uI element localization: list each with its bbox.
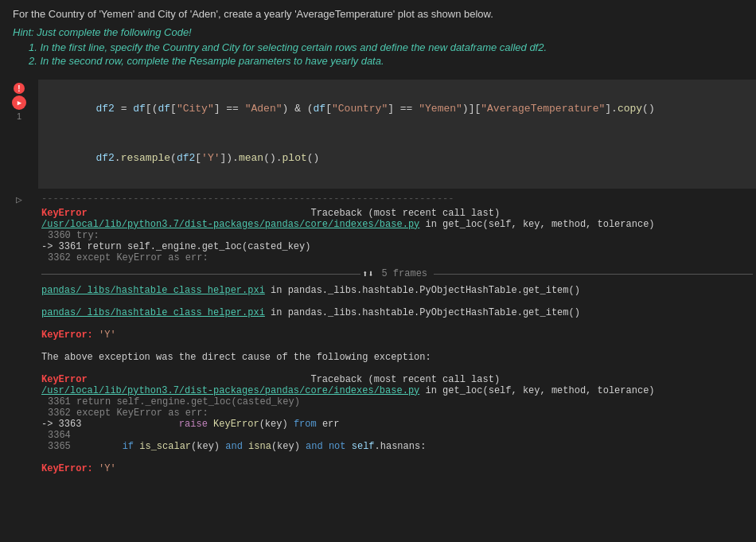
file-link-2[interactable]: /usr/local/lib/python3.7/dist-packages/p… — [41, 385, 419, 396]
frames-line-right — [434, 274, 753, 275]
line-number-3365: 3365 if is_scalar(key) and isna(key) and… — [41, 441, 753, 452]
output-expand-icon[interactable]: ▷ — [16, 193, 22, 206]
key-error-line-1: KeyError: 'Y' — [41, 329, 753, 341]
file-context-1: in get_loc(self, key, method, tolerance) — [419, 219, 654, 230]
pandas-file-line-2: pandas/_libs/hashtable_class_helper.pxi … — [41, 307, 753, 318]
line-number-3364: 3364 — [41, 430, 753, 441]
line-number-3363: -> 3363 raise KeyError(key) from err — [41, 419, 753, 430]
error-indicator — [14, 83, 25, 94]
code-cell: 1 df2 = df[(df["City"] == "Aden") & (df[… — [0, 80, 756, 189]
output-gutter: ▷ — [0, 189, 38, 479]
pandas-file-line-1: pandas/_libs/hashtable_class_helper.pxi … — [41, 285, 753, 296]
cell-gutter: 1 — [0, 80, 38, 189]
line-number-3361-2: 3361 return self._engine.get_loc(casted_… — [41, 396, 753, 407]
file-line-1: /usr/local/lib/python3.7/dist-packages/p… — [41, 219, 753, 230]
traceback-block-1: KeyError Traceback (most recent call las… — [41, 208, 753, 219]
line-3362: 3362 except KeyError as err: — [41, 252, 753, 263]
file-context-2: in get_loc(self, key, method, tolerance) — [419, 385, 654, 396]
traceback-spacer-2 — [93, 374, 305, 385]
line-number-3362: 3362 except KeyError as err: — [41, 252, 753, 263]
key-error-val-1: 'Y' — [99, 329, 116, 341]
exception-message: The above exception was the direct cause… — [41, 352, 753, 363]
file-line-2: /usr/local/lib/python3.7/dist-packages/p… — [41, 385, 753, 396]
code-line-2: df2.resample(df2['Y']).mean().plot() — [46, 134, 750, 183]
line-number-3361-arrow: -> 3361 return self._engine.get_loc(cast… — [41, 241, 753, 252]
frames-count: 5 frames — [381, 268, 427, 279]
hint-item-1: 1. In the first line, specify the Countr… — [29, 41, 743, 53]
key-error-type-2: KeyError: — [41, 463, 93, 474]
cell-container: 1 df2 = df[(df["City"] == "Aden") & (df[… — [0, 80, 756, 479]
pandas-context-1: in pandas._libs.hashtable.PyObjectHashTa… — [265, 285, 580, 296]
pandas-file-2[interactable]: pandas/_libs/hashtable_class_helper.pxi — [41, 307, 265, 318]
line-3365: 3365 if is_scalar(key) and isna(key) and… — [41, 441, 753, 452]
key-error-val-2: 'Y' — [99, 463, 116, 474]
error-type-2: KeyError — [41, 374, 88, 385]
pandas-context-2: in pandas._libs.hashtable.PyObjectHashTa… — [265, 307, 580, 318]
line-3361-2: 3361 return self._engine.get_loc(casted_… — [41, 396, 753, 407]
error-type-1: KeyError — [41, 208, 88, 219]
traceback-header-1: Traceback (most recent call last) — [310, 208, 500, 219]
hint-item-2: 2. In the second row, complete the Resam… — [29, 55, 743, 67]
file-link-1[interactable]: /usr/local/lib/python3.7/dist-packages/p… — [41, 219, 419, 230]
run-button[interactable] — [12, 96, 26, 110]
key-error-line-2: KeyError: 'Y' — [41, 463, 753, 474]
exception-msg-text: The above exception was the direct cause… — [41, 352, 431, 363]
traceback-block-2: KeyError Traceback (most recent call las… — [41, 374, 753, 385]
hint-label: Hint: Just complete the following Code! — [13, 26, 743, 38]
code-content[interactable]: df2 = df[(df["City"] == "Aden") & (df["C… — [38, 80, 756, 189]
output-content: ----------------------------------------… — [38, 189, 756, 479]
instruction-text: For the Country of 'Yemen' and City of '… — [13, 8, 743, 20]
separator-line: ----------------------------------------… — [41, 193, 753, 205]
instruction-area: For the Country of 'Yemen' and City of '… — [0, 0, 756, 73]
line-3360: 3360 try: — [41, 230, 753, 241]
key-error-type-1: KeyError: — [41, 329, 93, 341]
frames-expand-icon[interactable]: ⬆⬇ — [362, 268, 373, 280]
traceback-header-2: Traceback (most recent call last) — [310, 374, 500, 385]
pandas-file-1[interactable]: pandas/_libs/hashtable_class_helper.pxi — [41, 285, 265, 296]
code-line-1: df2 = df[(df["City"] == "Aden") & (df["C… — [46, 84, 750, 134]
line-number-3362-2: 3362 except KeyError as err: — [41, 407, 753, 419]
cell-number: 1 — [17, 111, 21, 121]
line-3364: 3364 — [41, 430, 753, 441]
line-3362-2: 3362 except KeyError as err: — [41, 407, 753, 419]
line-3361: -> 3361 return self._engine.get_loc(cast… — [41, 241, 753, 252]
frames-divider: ⬆⬇ 5 frames — [41, 268, 753, 280]
var-df2: df2 — [95, 103, 114, 115]
frames-line-left — [41, 274, 360, 275]
traceback-spacer-1 — [93, 208, 305, 219]
output-cell: ▷ --------------------------------------… — [0, 189, 756, 479]
line-3363-arrow: -> 3363 raise KeyError(key) from err — [41, 419, 753, 430]
line-number-3360: 3360 try: — [41, 230, 753, 241]
